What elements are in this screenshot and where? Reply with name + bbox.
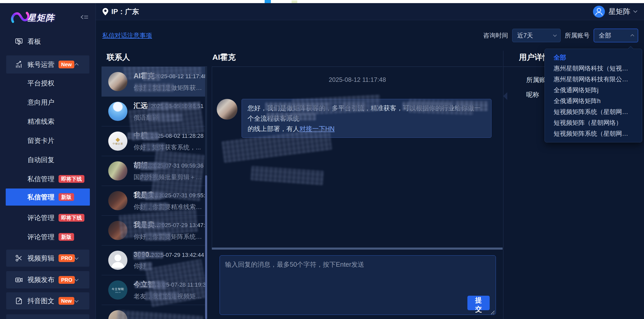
pro-badge: PRO [59,254,75,262]
sidebar-item-label: 看板 [27,37,41,46]
new-version-badge: 新版 [59,193,74,201]
contact-avatar: ◆ 中横企通 [108,132,127,151]
reply-input[interactable] [220,255,496,315]
sidebar-item-precise-leads[interactable]: 精准线索 [0,112,96,131]
dashboard-icon [15,38,23,45]
sidebar: 星矩阵 看板 [0,3,96,319]
trend-chart-icon [15,61,23,68]
sidebar-item-partial[interactable] [6,314,89,319]
contacts-scrollbar[interactable] [205,67,207,319]
sidebar-item-label: 账号运营 [27,60,54,69]
contact-avatar [108,221,127,240]
user-menu[interactable]: 星矩阵 [593,6,637,18]
browser-tab-accent [265,0,271,3]
contact-item[interactable] [102,305,207,319]
sidebar-item-comments-new[interactable]: 评论管理 新版 [0,227,96,247]
user-name: 星矩阵 [609,7,630,17]
default-avatar-icon [108,251,127,270]
sidebar-item-lead-cards[interactable]: 留资卡片 [0,131,96,150]
logo-text: 星矩阵 [27,12,55,24]
contact-avatar [108,72,127,91]
deprecation-badge: 即将下线 [59,175,84,183]
account-dropdown: 全部 惠州星朝网络科技（短视频矩阵） 惠州星朝网络科技有限公司（短视频矩阵） 全… [545,49,642,142]
time-select[interactable]: 近7天 [512,29,561,42]
contact-item[interactable]: AI霍克2025-08-12 11:17:48 你好，我们是做矩阵获客的，多..… [102,67,207,97]
dropdown-option[interactable]: 短视频矩阵系统（星朝网络科技） [545,128,642,139]
dropdown-option[interactable]: 短视频矩阵（星朝网络） [545,117,642,128]
dropdown-option[interactable]: 短视频矩阵系统（星朝网络） [545,106,642,117]
deprecation-badge: 即将下线 [59,214,84,222]
sidebar-item-platform-auth[interactable]: 平台授权 [0,74,96,93]
contact-item[interactable]: 汇远2025-08-05 10:46:51 俄语翻译 [102,97,207,126]
contact-avatar [108,161,127,180]
scissors-icon [15,254,23,262]
contact-avatar [108,102,127,121]
contact-avatar: 今立智能 JINLI.AI [108,280,127,300]
chevron-down-icon [75,299,79,303]
sidebar-item-dm-new-active[interactable]: 私信管理 新版 [6,189,90,206]
ip-indicator: IP：广东 [103,7,139,16]
sidebar-item-account-ops[interactable]: 账号运营 New [6,55,89,74]
pro-badge: PRO [59,276,75,284]
dropdown-option[interactable]: 惠州星朝网络科技（短视频矩阵） [545,63,642,74]
sidebar-item-video-publish[interactable]: 视频发布 PRO [6,271,89,288]
topbar: IP：广东 星矩阵 [96,3,644,20]
message-text: 您好，我们是做矩阵获客的，多平台引流，精准获客，可以根据你的行业给你做一个全流程… [248,104,481,122]
user-avatar [593,6,605,18]
chevron-up-icon [631,34,634,38]
contact-item[interactable]: 胡胡.2025-07-31 09:59:36 国内外视频批量剪辑＋矩阵... [102,156,207,186]
dropdown-option[interactable]: 惠州星朝网络科技有限公司（短视频矩阵） [545,74,642,85]
account-filter-label: 所属账号 [565,31,590,40]
location-pin-icon [103,8,108,15]
account-select[interactable]: 全部 [594,29,638,42]
chevron-up-icon [75,63,79,67]
chat-horizontal-scrollbar[interactable] [212,248,503,250]
sidebar-item-dm-old[interactable]: 私信管理 即将下线 [0,169,96,189]
contact-avatar [108,310,127,319]
ip-label: IP：广东 [111,7,139,16]
app-logo: 星矩阵 [10,10,55,24]
sidebar-item-douyin-graphic[interactable]: 抖音图文 New [6,292,89,309]
new-badge: New [59,61,74,68]
sidebar-item-auto-reply[interactable]: 自动回复 [0,150,96,169]
scrollbar-thumb[interactable] [205,175,207,319]
contacts-panel: 联系人 AI霍克2025-08-12 11:17:48 你好，我们是做矩阵获客的… [102,51,207,319]
chevron-down-icon [75,256,79,260]
contact-item[interactable]: 今立智能 JINLI.AI 今立智.2025-07-28 11:19:33 老友… [102,275,207,305]
browser-strip [0,0,644,3]
submit-button[interactable]: 提 交 [467,296,490,310]
message-row: 您好，我们是做矩阵获客的，多平台引流，精准获客，可以根据你的行业给你做一个全流程… [212,99,503,138]
time-filter-label: 咨询时间 [483,31,508,40]
contact-item[interactable]: 我是卖..2025-07-31 09:55:17 你好，你需要精准线索吗? 厂源… [102,186,207,216]
chat-panel: AI霍克 2025-08-12 11:17:48 您好，我们是做矩阵获客的，多平… [212,51,503,319]
message-date: 2025-08-12 11:17:48 [212,76,503,83]
sidebar-item-dashboard[interactable]: 看板 [0,34,96,49]
contacts-list: AI霍克2025-08-12 11:17:48 你好，我们是做矩阵获客的，多..… [102,67,207,319]
message-area: 2025-08-12 11:17:48 您好，我们是做矩阵获客的，多平台引流，精… [212,67,503,248]
notice-link[interactable]: 私信对话注意事项 [102,31,152,40]
contact-item[interactable]: ◆ 中横企通 中横2025-08-02 11:28:28 你好，矩阵获客系统，.… [102,126,207,156]
dropdown-option[interactable]: 全部 [545,52,642,63]
content: 私信对话注意事项 咨询时间 近7天 所属账号 全部 [96,20,644,319]
filter-row: 私信对话注意事项 咨询时间 近7天 所属账号 全部 [96,20,644,51]
dropdown-option[interactable]: 全俄通网络矩阵j [545,85,642,96]
sidebar-item-intent-users[interactable]: 意向用户 [0,93,96,112]
sidebar-item-video-edit[interactable]: 视频剪辑 PRO [6,250,89,267]
contact-item[interactable]: 我是卖..2025-07-29 13:47:07 你好，你需要矩阵系统吗? de… [102,216,207,245]
dropdown-option[interactable]: 全俄通网络矩阵h [545,96,642,106]
message-link[interactable]: 对接一下HN [299,125,335,132]
sidebar-item-comments-old[interactable]: 评论管理 即将下线 [0,208,96,227]
message-text: 的线上部署，有人 [248,125,299,132]
contact-item[interactable]: 3090.2025-07-29 13:42:44 你好 [102,245,207,275]
sidebar-nav: 看板 账号运营 New 平台授权 意向用户 精准线索 留资卡片 自动回复 私信管… [0,34,96,319]
sender-avatar [217,99,237,120]
resize-handle[interactable] [491,311,495,314]
chevron-down-icon [75,277,79,281]
panel-collapse-tab[interactable] [503,92,507,100]
video-camera-icon [15,276,23,284]
browser-favicon-blob [292,1,297,3]
contact-avatar [108,191,127,210]
document-edit-icon [15,297,23,305]
sidebar-collapse-icon[interactable] [80,13,89,21]
new-badge: New [59,297,74,305]
